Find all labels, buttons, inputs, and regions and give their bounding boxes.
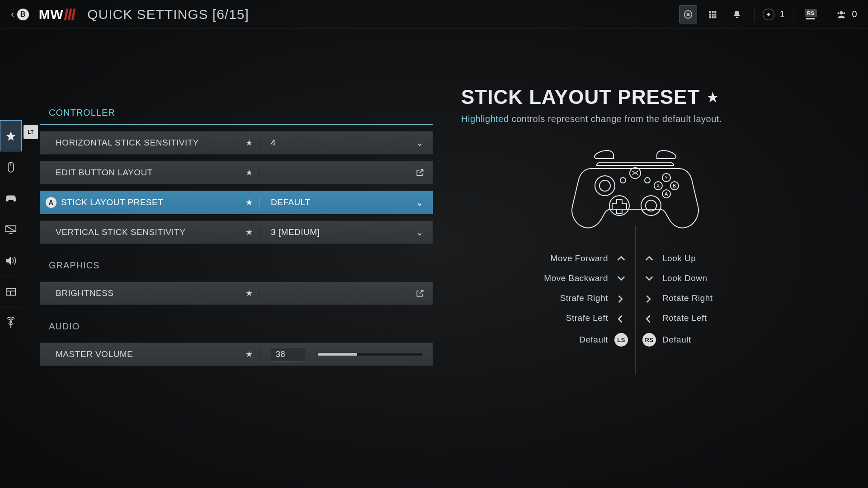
chevron-left-icon: ‹ bbox=[11, 9, 14, 20]
profile-widget[interactable]: RS bbox=[802, 5, 820, 23]
chevron-down-icon: ⌄ bbox=[407, 227, 433, 238]
arrow-left-icon bbox=[611, 314, 632, 323]
svg-rect-8 bbox=[712, 16, 713, 18]
speaker-icon bbox=[5, 255, 17, 266]
favorite-toggle[interactable]: ★ bbox=[239, 168, 260, 178]
svg-point-12 bbox=[844, 12, 845, 14]
nav-network[interactable] bbox=[0, 307, 22, 338]
favorite-toggle[interactable]: ★ bbox=[239, 138, 260, 148]
svg-point-21 bbox=[10, 321, 12, 323]
row-label: STICK LAYOUT PRESET bbox=[61, 197, 163, 207]
arrow-up-icon bbox=[611, 254, 632, 263]
map-right-label: Rotate Left bbox=[660, 313, 736, 323]
rank-widget[interactable]: 1 bbox=[763, 5, 785, 23]
svg-rect-4 bbox=[709, 14, 711, 15]
svg-text:B: B bbox=[673, 183, 676, 188]
rs-badge: RS bbox=[805, 9, 816, 17]
lt-hint-badge: LT bbox=[24, 125, 38, 139]
map-left-label: Move Backward bbox=[534, 273, 611, 283]
left-category-nav bbox=[0, 120, 22, 338]
row-edit-button-layout[interactable]: EDIT BUTTON LAYOUT ★ bbox=[40, 161, 433, 184]
arrow-left-icon bbox=[639, 314, 660, 323]
row-horizontal-sensitivity[interactable]: HORIZONTAL STICK SENSITIVITY ★ 4 ⌄ bbox=[40, 131, 433, 155]
settings-column: CONTROLLER HORIZONTAL STICK SENSITIVITY … bbox=[40, 101, 433, 366]
svg-point-10 bbox=[840, 11, 843, 14]
nav-controller[interactable] bbox=[0, 183, 22, 214]
party-icon bbox=[836, 9, 846, 19]
favorite-toggle[interactable]: ★ bbox=[239, 227, 260, 237]
svg-line-16 bbox=[6, 226, 16, 232]
volume-value-box[interactable]: 38 bbox=[271, 347, 305, 361]
map-left-label: Move Forward bbox=[534, 253, 611, 263]
notifications-icon[interactable] bbox=[728, 5, 746, 23]
page-title: QUICK SETTINGS [6/15] bbox=[87, 7, 249, 22]
volume-slider-fill bbox=[318, 353, 357, 356]
party-count: 0 bbox=[852, 9, 857, 19]
arrow-down-icon bbox=[611, 274, 632, 283]
rs-badge: RS bbox=[639, 333, 660, 347]
svg-rect-6 bbox=[714, 14, 716, 15]
section-heading-audio: AUDIO bbox=[40, 305, 433, 336]
row-label: MASTER VOLUME bbox=[56, 349, 133, 359]
detail-panel: STICK LAYOUT PRESET ★ Highlighted contro… bbox=[461, 86, 809, 347]
nav-mouse[interactable] bbox=[0, 151, 22, 183]
menu-list-icon[interactable] bbox=[679, 5, 697, 23]
controller-diagram: Y X B A bbox=[461, 149, 809, 235]
favorite-toggle[interactable]: ★ bbox=[239, 349, 260, 359]
nav-display[interactable] bbox=[0, 214, 22, 245]
svg-point-25 bbox=[645, 178, 650, 183]
mouse-icon bbox=[6, 161, 15, 173]
monitor-icon bbox=[5, 225, 17, 235]
svg-rect-7 bbox=[709, 16, 711, 18]
rank-count: 1 bbox=[780, 9, 785, 19]
row-value: DEFAULT bbox=[260, 197, 407, 207]
nav-quick-settings[interactable] bbox=[0, 120, 22, 151]
map-right-label: Look Down bbox=[660, 273, 736, 283]
svg-point-29 bbox=[641, 196, 661, 216]
star-icon: ★ bbox=[707, 90, 719, 105]
svg-point-24 bbox=[620, 178, 626, 183]
favorite-toggle[interactable]: ★ bbox=[239, 197, 260, 207]
map-right-label: Look Up bbox=[660, 253, 736, 263]
map-left-label: Strafe Right bbox=[534, 293, 611, 303]
map-left-label: Default bbox=[534, 335, 611, 345]
open-external-icon bbox=[407, 168, 433, 177]
arrow-right-icon bbox=[611, 294, 632, 303]
row-label: VERTICAL STICK SENSITIVITY bbox=[56, 227, 186, 237]
row-label: EDIT BUTTON LAYOUT bbox=[56, 168, 153, 178]
rank-chevron-icon bbox=[763, 9, 774, 20]
party-widget[interactable]: 0 bbox=[836, 5, 857, 23]
open-external-icon bbox=[407, 289, 433, 298]
nav-interface[interactable] bbox=[0, 276, 22, 307]
svg-text:A: A bbox=[665, 191, 668, 197]
volume-slider[interactable] bbox=[318, 353, 422, 356]
arrow-right-icon bbox=[639, 294, 660, 303]
mapping-separator bbox=[635, 225, 636, 375]
svg-text:Y: Y bbox=[665, 175, 668, 180]
svg-text:X: X bbox=[656, 183, 660, 188]
svg-point-11 bbox=[838, 12, 840, 14]
svg-point-26 bbox=[595, 176, 615, 196]
arrow-up-icon bbox=[639, 254, 660, 263]
row-brightness[interactable]: BRIGHTNESS ★ bbox=[40, 282, 433, 305]
grid-icon[interactable] bbox=[703, 5, 722, 23]
arrow-down-icon bbox=[639, 274, 660, 283]
section-heading-controller: CONTROLLER bbox=[40, 101, 433, 125]
row-value: 3 [MEDIUM] bbox=[260, 227, 407, 237]
game-logo: MW bbox=[39, 7, 75, 22]
section-heading-graphics: GRAPHICS bbox=[40, 244, 433, 275]
svg-rect-9 bbox=[714, 16, 716, 18]
back-button[interactable]: ‹ B bbox=[11, 9, 29, 20]
nav-audio[interactable] bbox=[0, 245, 22, 276]
top-bar-right: 1 RS 0 bbox=[679, 5, 857, 23]
row-master-volume[interactable]: MASTER VOLUME ★ 38 bbox=[40, 343, 433, 366]
detail-subtitle: Highlighted controls represent change fr… bbox=[461, 114, 809, 124]
svg-rect-1 bbox=[709, 11, 711, 13]
b-button-glyph: B bbox=[17, 9, 29, 20]
row-stick-layout-preset[interactable]: A STICK LAYOUT PRESET ★ DEFAULT ⌄ bbox=[40, 191, 433, 214]
top-bar: ‹ B MW QUICK SETTINGS [6/15] 1 RS bbox=[0, 0, 868, 29]
row-label: BRIGHTNESS bbox=[56, 288, 114, 298]
row-vertical-sensitivity[interactable]: VERTICAL STICK SENSITIVITY ★ 3 [MEDIUM] … bbox=[40, 221, 433, 244]
detail-title: STICK LAYOUT PRESET ★ bbox=[461, 86, 809, 108]
favorite-toggle[interactable]: ★ bbox=[239, 288, 260, 298]
